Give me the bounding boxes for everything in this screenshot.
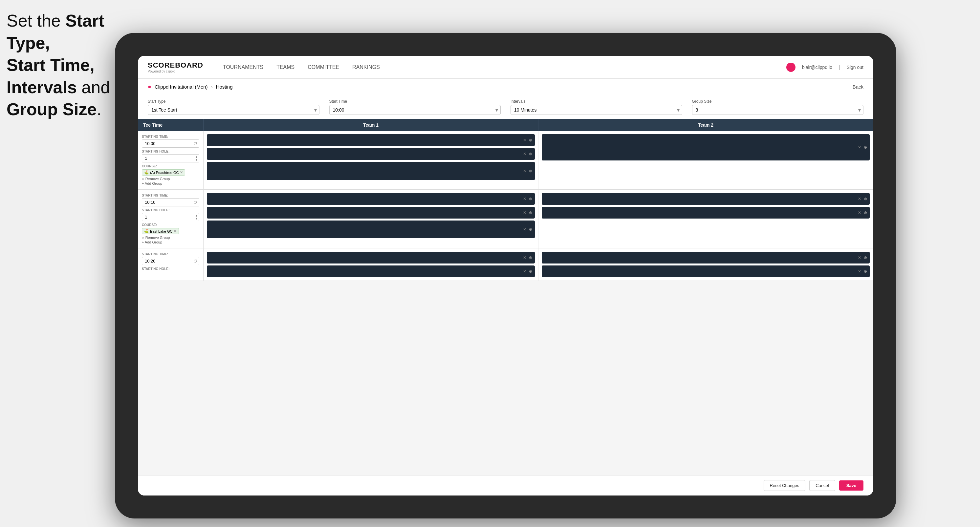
player-action-5-2[interactable]: ⊕ <box>529 269 532 274</box>
intervals-select-wrap[interactable]: 10 Minutes 5 Minutes 8 Minutes <box>511 105 682 115</box>
main-content[interactable]: STARTING TIME: ⏱ STARTING HOLE: ▲ ▼ COUR… <box>138 131 873 475</box>
team1-cell-1: ✕ ⊕ ✕ ⊕ ✕ ⊕ <box>204 131 538 189</box>
player-action-6-2[interactable]: ⊕ <box>864 269 867 274</box>
player-x-4-2[interactable]: ✕ <box>858 210 861 215</box>
spin-down-1[interactable]: ▼ <box>195 159 198 162</box>
starting-hole-label-1: STARTING HOLE: <box>142 150 199 153</box>
breadcrumb: ● Clippd Invitational (Men) › Hosting <box>148 83 232 90</box>
course-remove-1[interactable]: ✕ <box>180 170 183 175</box>
starting-hole-label-3: STARTING HOLE: <box>142 267 199 271</box>
start-time-select[interactable]: 10:00 <box>329 105 501 115</box>
sign-out-link[interactable]: Sign out <box>847 65 864 70</box>
remove-circle-1: ○ <box>142 177 144 181</box>
player-row-1-1: ✕ ⊕ <box>207 134 535 146</box>
add-group-2[interactable]: + Add Group <box>142 240 199 244</box>
col-team1: Team 1 <box>204 119 538 131</box>
starting-time-input-3[interactable] <box>142 257 199 265</box>
nav-teams[interactable]: TEAMS <box>277 63 294 71</box>
starting-time-label-2: STARTING TIME: <box>142 194 199 197</box>
breadcrumb-tournament[interactable]: Clippd Invitational (Men) <box>154 84 208 90</box>
player-x-3-c[interactable]: ✕ <box>523 227 526 232</box>
remove-group-label-2[interactable]: Remove Group <box>145 236 170 240</box>
add-group-label-1[interactable]: + Add Group <box>142 181 162 186</box>
player-row-5-2: ✕ ⊕ <box>207 265 535 277</box>
player-x-3-1[interactable]: ✕ <box>523 197 526 201</box>
tablet-device: SCOREBOARD Powered by clipp'd TOURNAMENT… <box>115 33 896 519</box>
team2-cell-2: ✕ ⊕ ✕ ⊕ <box>538 190 873 248</box>
team1-cell-2: ✕ ⊕ ✕ ⊕ ✕ ⊕ <box>204 190 538 248</box>
starting-time-label-3: STARTING TIME: <box>142 252 199 256</box>
player-x-5-1[interactable]: ✕ <box>523 255 526 260</box>
group-size-select-wrap[interactable]: 3 2 4 <box>692 105 864 115</box>
add-group-1[interactable]: + Add Group <box>142 181 199 186</box>
starting-hole-wrap-1[interactable]: ▲ ▼ <box>142 154 199 162</box>
cancel-button[interactable]: Cancel <box>809 480 835 491</box>
start-time-select-wrap[interactable]: 10:00 <box>329 105 501 115</box>
starting-time-input-1[interactable] <box>142 140 199 148</box>
group-size-label: Group Size <box>692 99 864 104</box>
nav-right: blair@clippd.io | Sign out <box>786 63 864 72</box>
remove-group-1[interactable]: ○ Remove Group <box>142 177 199 181</box>
player-row-4-2: ✕ ⊕ <box>542 207 870 219</box>
player-x-1-2[interactable]: ✕ <box>523 152 526 156</box>
player-x-4-1[interactable]: ✕ <box>858 197 861 201</box>
player-row-3-2: ✕ ⊕ <box>207 207 535 219</box>
player-x-6-1[interactable]: ✕ <box>858 255 861 260</box>
player-action-2-1[interactable]: ⊕ <box>864 145 867 150</box>
start-type-select[interactable]: 1st Tee Start Shotgun Start <box>148 105 320 115</box>
save-button[interactable]: Save <box>839 480 864 490</box>
player-action-1-c[interactable]: ⊕ <box>529 169 532 173</box>
player-action-1-1[interactable]: ⊕ <box>529 138 532 143</box>
starting-time-input-wrap-2[interactable]: ⏱ <box>142 198 199 206</box>
player-x-6-2[interactable]: ✕ <box>858 269 861 274</box>
player-x-1-1[interactable]: ✕ <box>523 138 526 143</box>
player-action-3-1[interactable]: ⊕ <box>529 197 532 201</box>
player-row-3-course: ✕ ⊕ <box>207 221 535 238</box>
group-size-select[interactable]: 3 2 4 <box>692 105 864 115</box>
starting-time-input-2[interactable] <box>142 198 199 206</box>
instruction-text: Set the Start Type,Start Time,Intervals … <box>6 11 110 119</box>
starting-hole-wrap-2[interactable]: ▲ ▼ <box>142 213 199 221</box>
intervals-select[interactable]: 10 Minutes 5 Minutes 8 Minutes <box>511 105 682 115</box>
player-x-1-c[interactable]: ✕ <box>523 169 526 173</box>
course-label-1: COURSE: <box>142 164 199 168</box>
col-team2: Team 2 <box>538 119 873 131</box>
player-x-2-1[interactable]: ✕ <box>858 145 861 150</box>
starting-time-input-wrap-1[interactable]: ⏱ <box>142 140 199 148</box>
player-action-4-2[interactable]: ⊕ <box>864 210 867 215</box>
player-action-5-1[interactable]: ⊕ <box>529 255 532 260</box>
start-type-label: Start Type <box>148 99 320 104</box>
intervals-group: Intervals 10 Minutes 5 Minutes 8 Minutes <box>511 99 682 115</box>
player-action-1-2[interactable]: ⊕ <box>529 152 532 156</box>
starting-hole-input-1[interactable] <box>142 154 199 162</box>
player-action-3-2[interactable]: ⊕ <box>529 210 532 215</box>
course-tag-inner-1: ⛳ (A) Peachtree GC ✕ <box>142 169 185 176</box>
reset-changes-button[interactable]: Reset Changes <box>764 480 806 491</box>
start-type-select-wrap[interactable]: 1st Tee Start Shotgun Start <box>148 105 320 115</box>
back-link[interactable]: Back <box>853 84 864 90</box>
logo-text: SCOREBOARD <box>148 61 203 70</box>
settings-bar: Start Type 1st Tee Start Shotgun Start S… <box>138 95 873 119</box>
add-group-label-2[interactable]: + Add Group <box>142 240 162 244</box>
player-row-5-1: ✕ ⊕ <box>207 252 535 264</box>
player-x-5-2[interactable]: ✕ <box>523 269 526 274</box>
course-tag-inner-2: ⛳ East Lake GC ✕ <box>142 228 179 234</box>
player-action-3-c[interactable]: ⊕ <box>529 227 532 232</box>
tee-group-1: STARTING TIME: ⏱ STARTING HOLE: ▲ ▼ COUR… <box>138 131 873 190</box>
course-remove-2[interactable]: ✕ <box>174 229 177 233</box>
spin-arrows-2[interactable]: ▲ ▼ <box>195 213 198 221</box>
starting-hole-input-2[interactable] <box>142 213 199 221</box>
spin-arrows-1[interactable]: ▲ ▼ <box>195 154 198 162</box>
nav-tournaments[interactable]: TOURNAMENTS <box>223 63 263 71</box>
player-x-3-2[interactable]: ✕ <box>523 210 526 215</box>
remove-group-2[interactable]: ○ Remove Group <box>142 236 199 240</box>
remove-group-label-1[interactable]: Remove Group <box>145 177 170 181</box>
nav-committee[interactable]: COMMITTEE <box>308 63 339 71</box>
tee-group-3: STARTING TIME: ⏱ STARTING HOLE: ✕ ⊕ ✕ ⊕ <box>138 248 873 281</box>
nav-rankings[interactable]: RANKINGS <box>352 63 380 71</box>
starting-time-input-wrap-3[interactable]: ⏱ <box>142 257 199 265</box>
player-action-6-1[interactable]: ⊕ <box>864 255 867 260</box>
player-action-4-1[interactable]: ⊕ <box>864 197 867 201</box>
tee-group-2: STARTING TIME: ⏱ STARTING HOLE: ▲ ▼ COUR… <box>138 190 873 248</box>
spin-down-2[interactable]: ▼ <box>195 217 198 220</box>
